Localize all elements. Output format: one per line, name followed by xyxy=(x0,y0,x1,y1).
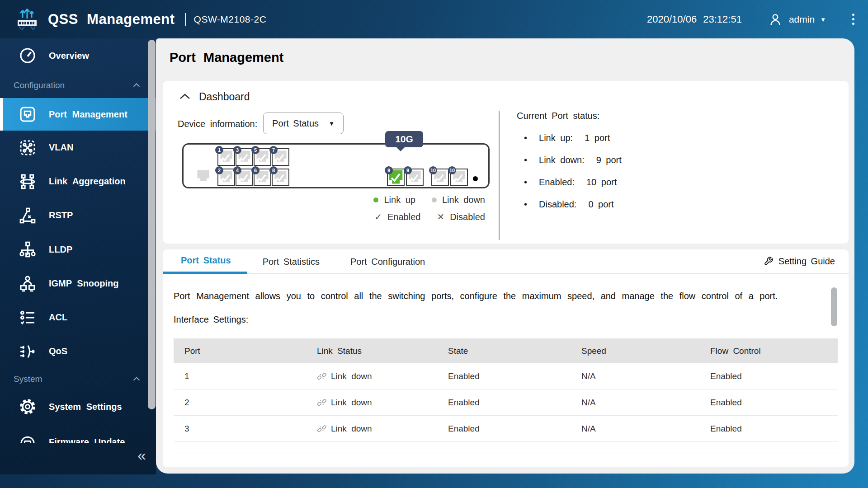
port-9-sfp[interactable]: 9 xyxy=(387,169,405,186)
table-row: 2 Link down Enabled N/A Enabled xyxy=(174,389,838,416)
sidebar-item-label: LLDP xyxy=(49,244,72,255)
sidebar-item-acl[interactable]: ACL xyxy=(0,300,156,334)
link-down-icon xyxy=(317,398,327,408)
chevron-up-icon xyxy=(132,80,142,90)
port-10-sfp[interactable]: 10 xyxy=(431,169,449,186)
sidebar-item-label: IGMP Snooping xyxy=(49,278,119,289)
sidebar-section-system[interactable]: System xyxy=(0,368,156,389)
kebab-menu-icon[interactable] xyxy=(852,14,854,25)
port-9-rj45[interactable]: 9 xyxy=(406,169,424,186)
table-row: 1 Link down Enabled N/A Enabled xyxy=(174,363,838,389)
port-number-badge: 9 xyxy=(385,166,393,174)
sidebar-section-configuration[interactable]: Configuration xyxy=(0,73,156,98)
cross-icon: ✕ xyxy=(437,211,444,222)
bullet-icon: • xyxy=(524,155,527,165)
port-1[interactable]: 1 xyxy=(217,148,235,166)
sidebar-item-system-settings[interactable]: System Settings xyxy=(0,389,156,424)
lldp-icon xyxy=(17,239,38,260)
tab-port-configuration[interactable]: Port Configuration xyxy=(335,249,440,274)
sidebar-item-port-management[interactable]: Port Management xyxy=(0,98,156,131)
header-state: State xyxy=(448,346,581,356)
gear-icon xyxy=(17,396,38,417)
dashboard-card: Dashboard Device information: Port Statu… xyxy=(163,81,849,244)
device-model: QSW-M2108-2C xyxy=(194,14,267,25)
sidebar-item-overview[interactable]: Overview xyxy=(0,38,156,73)
sidebar-item-label: ACL xyxy=(49,312,67,323)
speedometer-icon xyxy=(17,45,38,66)
port-7[interactable]: 7 xyxy=(272,148,289,166)
sidebar-scrollbar[interactable] xyxy=(148,40,156,409)
legend-link-down: Link down xyxy=(432,195,485,205)
sidebar-item-igmp-snooping[interactable]: IGMP Snooping xyxy=(0,267,156,300)
port-number-badge: 4 xyxy=(233,166,241,174)
content-panel: Port Management Dashboard Device informa… xyxy=(156,38,854,474)
port-2[interactable]: 2 xyxy=(217,169,235,186)
port-number-badge: 6 xyxy=(251,166,259,174)
setting-guide-label: Setting Guide xyxy=(778,256,835,267)
port-number-badge: 3 xyxy=(233,146,241,154)
interface-settings-table: Port Link Status State Speed Flow Contro… xyxy=(174,338,838,454)
user-menu[interactable]: admin xyxy=(789,14,815,25)
sidebar-item-rstp[interactable]: RSTP xyxy=(0,198,156,232)
section-label: System xyxy=(14,374,42,384)
app-header: QSS Management QSW-M2108-2C 2020/10/06 2… xyxy=(0,0,868,38)
rstp-icon xyxy=(17,205,38,226)
sidebar-collapse-icon[interactable]: « xyxy=(137,447,146,463)
header-port: Port xyxy=(174,346,317,356)
sidebar-item-firmware-update[interactable]: Firmware Update xyxy=(0,424,156,443)
qss-logo-icon xyxy=(14,7,41,32)
sidebar-item-qos[interactable]: QoS xyxy=(0,334,156,368)
interface-settings-label: Interface Settings: xyxy=(174,314,838,325)
dashboard-title: Dashboard xyxy=(199,91,250,103)
sidebar-item-label: QoS xyxy=(49,346,67,357)
user-caret-icon[interactable]: ▼ xyxy=(820,16,826,23)
bullet-icon: • xyxy=(524,199,527,210)
dashboard-divider xyxy=(499,111,500,240)
bullet-icon: • xyxy=(524,133,527,143)
sidebar-item-lldp[interactable]: LLDP xyxy=(0,232,156,267)
dashboard-collapse-icon[interactable] xyxy=(179,92,191,103)
tab-port-status[interactable]: Port Status xyxy=(163,249,247,274)
legend-link-up: Link up xyxy=(373,195,415,205)
table-header-row: Port Link Status State Speed Flow Contro… xyxy=(174,338,838,363)
acl-icon xyxy=(17,307,38,328)
tab-port-statistics[interactable]: Port Statistics xyxy=(247,249,335,274)
port-6[interactable]: 6 xyxy=(254,169,271,186)
device-information-dropdown[interactable]: Port Status ▼ xyxy=(263,113,344,134)
table-row-partial xyxy=(174,442,838,454)
header-flow-control: Flow Control xyxy=(710,346,838,356)
content-scrollbar[interactable] xyxy=(831,287,837,326)
port-4[interactable]: 4 xyxy=(236,169,253,186)
status-title: Current Port status: xyxy=(517,111,622,121)
port-number-badge: 5 xyxy=(251,146,259,154)
port-management-description: Port Management allows you to control al… xyxy=(174,290,838,302)
sidebar-item-vlan[interactable]: VLAN xyxy=(0,131,156,164)
status-row-disabled: • Disabled: 0 port xyxy=(517,199,622,210)
table-row: 3 Link down Enabled N/A Enabled xyxy=(174,416,838,442)
port-10-rj45[interactable]: 10 xyxy=(450,169,468,186)
port-8[interactable]: 8 xyxy=(272,169,289,186)
port-details-card: Port Status Port Statistics Port Configu… xyxy=(163,249,849,467)
sidebar-item-label: Port Management xyxy=(49,109,127,120)
port-5[interactable]: 5 xyxy=(254,148,271,166)
header-speed: Speed xyxy=(581,346,710,356)
link-down-icon xyxy=(317,371,327,381)
port-3[interactable]: 3 xyxy=(236,148,253,166)
sidebar-scroll-area: Overview Configuration Port Management xyxy=(0,38,156,443)
section-label: Configuration xyxy=(14,80,65,90)
sidebar-item-label: VLAN xyxy=(49,142,73,153)
sidebar-item-link-aggregation[interactable]: Link Aggregation xyxy=(0,164,156,198)
status-row-link-up: • Link up: 1 port xyxy=(517,133,622,143)
link-down-icon xyxy=(317,424,327,434)
sidebar-item-label: System Settings xyxy=(49,402,122,412)
speed-tooltip: 10G xyxy=(385,131,423,147)
setting-guide-button[interactable]: Setting Guide xyxy=(763,249,849,273)
dropdown-value: Port Status xyxy=(272,118,319,129)
chevron-up-icon xyxy=(132,374,142,384)
port-number-badge: 2 xyxy=(215,166,223,174)
device-information-label: Device information: xyxy=(178,119,257,129)
bullet-icon: • xyxy=(524,177,527,188)
port-number-badge: 1 xyxy=(215,146,223,154)
current-port-status: Current Port status: • Link up: 1 port •… xyxy=(517,111,622,210)
vlan-icon xyxy=(17,137,38,158)
